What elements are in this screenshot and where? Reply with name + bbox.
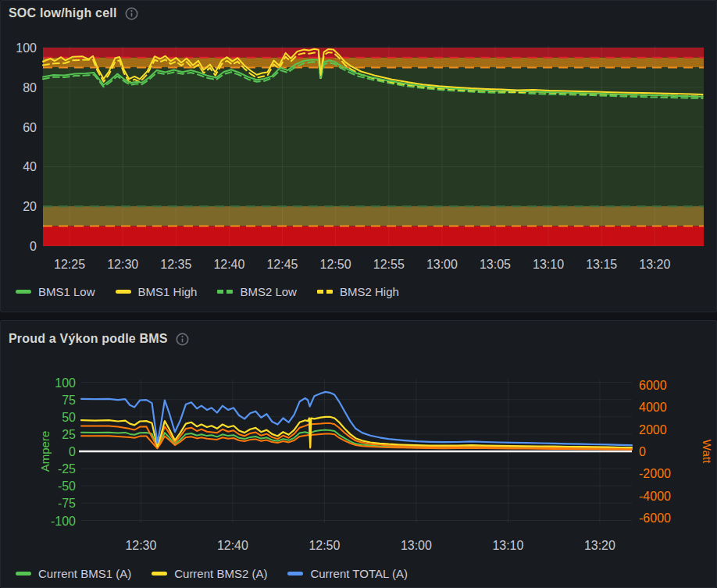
tick-label: 12:40 [217, 539, 248, 552]
tick-label: 12:30 [125, 539, 156, 552]
legend-item-current-bms2-a[interactable]: Current BMS2 (A) [152, 567, 267, 580]
tick-label: 13:20 [639, 258, 670, 271]
right-axis-label: Watt [701, 440, 714, 464]
tick-label: 100 [55, 376, 76, 390]
legend-label: Current TOTAL (A) [310, 567, 407, 580]
legend-label: BMS2 Low [240, 285, 297, 298]
tick-label: -100 [51, 515, 76, 528]
tick-label: -2000 [639, 467, 671, 480]
tick-label: 12:55 [373, 258, 405, 271]
legend-color-current-total-a [287, 572, 303, 576]
legend-item-current-total-a[interactable]: Current TOTAL (A) [287, 567, 407, 580]
legend-item-bms1-high[interactable]: BMS1 High [116, 285, 198, 298]
tick-label: -25 [58, 462, 76, 476]
tick-label: 100 [16, 41, 37, 55]
legend-color-bms1-low [16, 290, 31, 294]
tick-label: 12:35 [160, 258, 191, 271]
threshold-band [43, 48, 704, 58]
left-axis-label: Ampere [38, 431, 52, 472]
legend-item-current-bms1-a[interactable]: Current BMS1 (A) [16, 567, 131, 580]
tick-label: 12:50 [320, 258, 351, 271]
legend-item-bms2-high[interactable]: BMS2 High [317, 285, 399, 298]
tick-label: 12:50 [309, 539, 340, 552]
legend-label: Current BMS2 (A) [174, 567, 267, 580]
legend-label: BMS2 High [340, 285, 399, 298]
threshold-band [43, 67, 704, 206]
tick-label: -6000 [639, 511, 671, 525]
tick-label: 40 [23, 160, 37, 173]
legend-color-bms2-high [317, 290, 333, 294]
tick-label: 13:00 [426, 258, 458, 271]
legend-color-bms2-low [217, 290, 233, 294]
tick-label: -4000 [639, 490, 671, 503]
legend-label: BMS1 High [138, 285, 198, 298]
legend-label: BMS1 Low [38, 285, 95, 298]
tick-label: 6000 [639, 379, 667, 392]
tick-label: 12:45 [266, 258, 298, 271]
tick-label: 12:25 [54, 258, 85, 271]
tick-label: 0 [639, 445, 646, 458]
tick-label: 13:10 [492, 539, 523, 552]
panel-proud-vykon: Proud a Výkon podle BMS 1007550250-25-50… [0, 320, 717, 588]
tick-label: 50 [62, 411, 76, 424]
legend-item-bms1-low[interactable]: BMS1 Low [16, 285, 95, 298]
tick-label: 25 [62, 428, 76, 441]
tick-label: 13:00 [401, 539, 432, 552]
legend-color-bms1-high [116, 290, 131, 294]
legend-color-current-bms2-a [152, 572, 167, 576]
legend-label: Current BMS1 (A) [38, 567, 131, 580]
tick-label: 75 [62, 394, 76, 407]
tick-label: 13:10 [533, 258, 564, 271]
tick-label: 0 [30, 240, 37, 253]
tick-label: 2000 [639, 423, 667, 437]
threshold-band [43, 226, 704, 246]
current-power-legend: Current BMS1 (A)Current BMS2 (A)Current … [16, 567, 408, 580]
tick-label: 13:15 [586, 258, 617, 271]
panel-soc: SOC low/high cell 02040608010012:2512:30… [0, 0, 717, 312]
soc-chart[interactable]: 02040608010012:2512:3012:3512:4012:4512:… [1, 1, 716, 312]
legend-color-current-bms1-a [16, 572, 31, 576]
legend-item-bms2-low[interactable]: BMS2 Low [217, 285, 297, 298]
tick-label: 20 [23, 200, 37, 213]
tick-label: 4000 [639, 401, 667, 414]
threshold-band [43, 58, 704, 68]
tick-label: 13:05 [480, 258, 511, 271]
threshold-band [43, 206, 704, 226]
tick-label: 0 [69, 445, 76, 458]
tick-label: -50 [58, 479, 76, 493]
tick-label: 13:20 [584, 539, 615, 552]
soc-legend: BMS1 LowBMS1 HighBMS2 LowBMS2 High [16, 285, 399, 298]
tick-label: 60 [23, 121, 37, 134]
tick-label: 12:30 [107, 258, 138, 271]
tick-label: 12:40 [213, 258, 244, 271]
tick-label: -75 [58, 497, 76, 510]
tick-label: 80 [23, 81, 37, 94]
current-power-chart[interactable]: 1007550250-25-50-75-1006000400020000-200… [1, 321, 716, 587]
